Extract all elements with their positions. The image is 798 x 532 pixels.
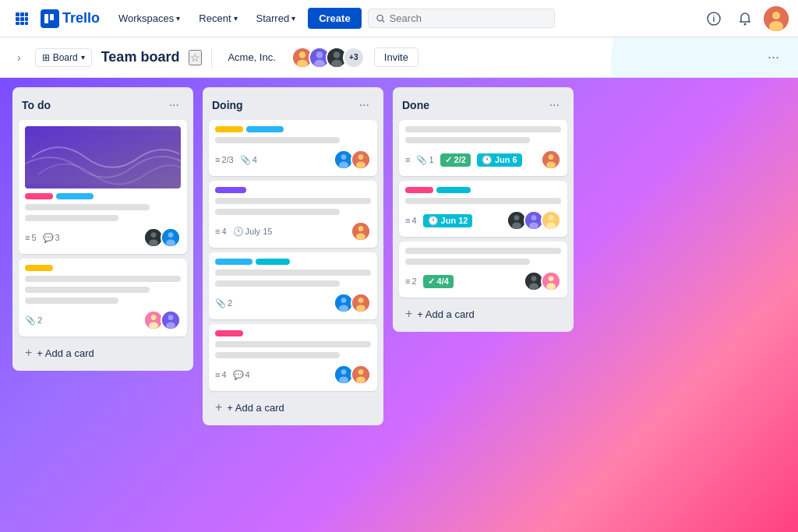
svg-rect-5 bbox=[25, 17, 28, 21]
card-9-meta: ≡ 2 ✓ 4/4 bbox=[405, 275, 454, 288]
trello-logo[interactable]: Trello bbox=[41, 9, 100, 28]
card-3-checklist: ≡ 2/3 bbox=[215, 155, 234, 164]
list-done-menu[interactable]: ··· bbox=[545, 97, 564, 114]
label-purple-4 bbox=[215, 187, 246, 193]
clock-icon-4: 🕐 bbox=[233, 227, 244, 237]
checklist-icon-8: ≡ bbox=[405, 216, 410, 225]
card-1-comments: ≡ 5 bbox=[25, 233, 37, 242]
card-8[interactable]: ≡ 4 🕐 Jun 12 bbox=[399, 181, 567, 237]
card-6-text-1 bbox=[215, 341, 371, 347]
svg-point-27 bbox=[331, 59, 342, 67]
label-yellow bbox=[25, 265, 53, 271]
svg-point-23 bbox=[316, 51, 323, 58]
card-2-meta: 📎 2 bbox=[25, 315, 42, 326]
svg-point-67 bbox=[512, 223, 521, 229]
svg-point-73 bbox=[546, 223, 556, 229]
add-card-todo[interactable]: + + Add a card bbox=[19, 341, 187, 365]
starred-chevron: ▾ bbox=[291, 14, 295, 23]
card-8-meta: ≡ 4 🕐 Jun 12 bbox=[405, 214, 472, 227]
add-card-doing[interactable]: + + Add a card bbox=[209, 396, 377, 419]
card-2-avatars bbox=[143, 310, 181, 330]
grid-icon[interactable] bbox=[9, 6, 34, 31]
card-1-text-1 bbox=[25, 204, 150, 210]
svg-rect-2 bbox=[25, 12, 28, 16]
board-title: Team board bbox=[101, 49, 180, 65]
card-6-avatar-2 bbox=[351, 365, 371, 385]
card-3-avatars bbox=[334, 150, 371, 170]
search-input[interactable] bbox=[390, 12, 546, 24]
card-2[interactable]: 📎 2 bbox=[19, 259, 187, 336]
view-chevron: ▾ bbox=[81, 53, 85, 62]
checklist-icon-3: ≡ bbox=[215, 155, 220, 164]
recent-chevron: ▾ bbox=[234, 14, 238, 23]
card-5-text-1 bbox=[215, 270, 371, 276]
card-5[interactable]: 📎 2 bbox=[209, 252, 377, 319]
card-7[interactable]: ≡ 📎 1 ✓ 2/2 🕐 Jun 6 bbox=[399, 120, 567, 176]
user-avatar[interactable] bbox=[764, 6, 789, 31]
card-6-footer: ≡ 4 💬 4 bbox=[215, 365, 371, 385]
card-1-cover bbox=[25, 126, 181, 188]
info-button[interactable]: i bbox=[701, 6, 726, 31]
card-3-labels bbox=[215, 126, 371, 132]
member-avatars: +3 bbox=[291, 47, 365, 69]
card-5-attach: 📎 2 bbox=[215, 298, 232, 308]
svg-rect-1 bbox=[20, 12, 24, 16]
label-teal-5 bbox=[256, 259, 290, 265]
star-button[interactable]: ☆ bbox=[189, 50, 202, 65]
card-8-text-1 bbox=[405, 198, 561, 204]
nav-right: i bbox=[701, 6, 789, 31]
svg-point-11 bbox=[377, 15, 383, 20]
checklist-icon-6: ≡ bbox=[215, 370, 220, 379]
workspaces-menu[interactable]: Workspaces ▾ bbox=[112, 9, 186, 27]
add-card-done[interactable]: + + Add a card bbox=[399, 302, 567, 326]
list-todo-menu[interactable]: ··· bbox=[164, 97, 184, 114]
card-1[interactable]: ≡ 5 💬 3 bbox=[19, 120, 187, 254]
card-1-meta: ≡ 5 💬 3 bbox=[25, 233, 60, 243]
invite-button[interactable]: Invite bbox=[374, 48, 418, 67]
svg-rect-9 bbox=[44, 14, 48, 23]
list-done: Done ··· ≡ 📎 1 ✓ 2/2 bbox=[393, 87, 574, 332]
search-icon bbox=[376, 14, 385, 23]
card-3[interactable]: ≡ 2/3 📎 4 bbox=[209, 120, 377, 176]
card-5-labels bbox=[215, 259, 371, 265]
svg-point-49 bbox=[356, 234, 365, 240]
list-doing-menu[interactable]: ··· bbox=[355, 97, 374, 114]
card-8-checklist: ≡ 4 bbox=[405, 216, 417, 225]
svg-point-61 bbox=[356, 377, 365, 383]
board-view-button[interactable]: ⊞ Board ▾ bbox=[35, 48, 92, 67]
card-7-text-2 bbox=[405, 137, 530, 143]
board-more-button[interactable]: ··· bbox=[761, 46, 786, 69]
board-view-icon: ⊞ bbox=[42, 52, 50, 63]
svg-point-33 bbox=[168, 232, 174, 238]
card-4[interactable]: ≡ 4 🕐 July 15 bbox=[209, 181, 377, 248]
svg-text:i: i bbox=[713, 15, 715, 23]
svg-point-31 bbox=[149, 240, 158, 246]
label-blue bbox=[56, 193, 94, 199]
checklist-icon-4: ≡ bbox=[215, 227, 220, 236]
trello-logo-icon bbox=[41, 9, 59, 28]
card-9[interactable]: ≡ 2 ✓ 4/4 bbox=[399, 241, 567, 298]
starred-menu[interactable]: Starred ▾ bbox=[250, 9, 302, 27]
card-9-text-1 bbox=[405, 248, 561, 254]
card-8-labels bbox=[405, 187, 561, 193]
checklist-icon-9: ≡ bbox=[405, 277, 410, 286]
attach-icon: 📎 bbox=[25, 315, 36, 326]
svg-point-76 bbox=[529, 284, 538, 290]
card-2-text-3 bbox=[25, 298, 118, 304]
recent-menu[interactable]: Recent ▾ bbox=[192, 9, 243, 27]
svg-point-46 bbox=[356, 162, 365, 168]
list-done-header: Done ··· bbox=[399, 93, 567, 115]
card-4-labels bbox=[215, 187, 371, 193]
svg-point-72 bbox=[549, 215, 554, 220]
create-button[interactable]: Create bbox=[308, 8, 361, 29]
card-9-text-2 bbox=[405, 259, 530, 265]
card-1-avatar-2 bbox=[161, 227, 181, 248]
sidebar-toggle[interactable]: › bbox=[12, 48, 26, 67]
notifications-button[interactable] bbox=[733, 6, 757, 31]
svg-rect-7 bbox=[20, 22, 24, 25]
card-1-attachments: 💬 3 bbox=[43, 233, 60, 243]
card-1-footer: ≡ 5 💬 3 bbox=[25, 227, 181, 248]
card-6[interactable]: ≡ 4 💬 4 bbox=[209, 324, 377, 391]
svg-point-78 bbox=[549, 276, 554, 281]
card-7-footer: ≡ 📎 1 ✓ 2/2 🕐 Jun 6 bbox=[405, 150, 561, 170]
